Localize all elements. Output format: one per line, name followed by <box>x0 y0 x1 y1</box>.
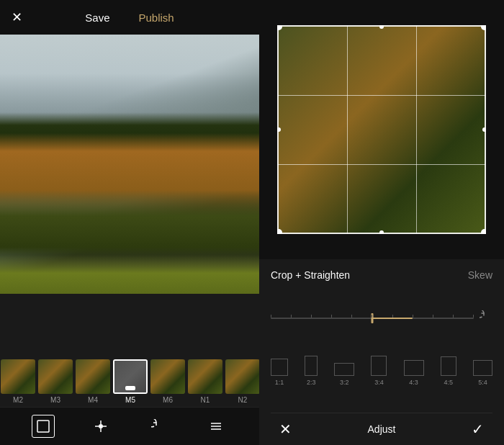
left-panel: ✕ Save Publish M2 M3 <box>0 0 259 445</box>
ratio-label-4-3: 4:3 <box>409 379 418 386</box>
more-options-button[interactable] <box>204 415 228 438</box>
filter-m4[interactable]: M4 <box>75 359 111 404</box>
filter-thumb-m4 <box>76 359 110 394</box>
ratio-3-2[interactable]: 3:2 <box>334 363 354 386</box>
filter-label-n2: N2 <box>238 396 248 404</box>
tick <box>453 315 454 318</box>
ratio-2-3[interactable]: 2:3 <box>305 356 318 386</box>
crop-tool-button[interactable] <box>32 415 55 438</box>
filter-m2[interactable]: M2 <box>0 359 36 404</box>
aspect-ratios: 1:1 2:3 3:2 3:4 4:3 4:5 <box>271 350 492 392</box>
tick <box>331 315 332 318</box>
crop-area <box>259 0 504 259</box>
tick <box>311 315 312 318</box>
revert-button[interactable] <box>147 415 170 438</box>
header-actions: Save Publish <box>85 12 174 24</box>
crop-photo-container <box>277 25 486 234</box>
filter-m5[interactable]: M5 <box>112 359 148 404</box>
filter-label-m4: M4 <box>88 396 98 404</box>
filter-thumb-m2 <box>1 359 35 394</box>
ratio-label-1-1: 1:1 <box>275 379 284 386</box>
filter-label-m6: M6 <box>163 396 173 404</box>
tick <box>271 315 271 318</box>
ratio-4-5[interactable]: 4:5 <box>441 356 456 386</box>
ratio-box-2-3 <box>305 356 318 376</box>
crop-photo-bg <box>277 25 486 234</box>
close-button[interactable]: ✕ <box>12 9 22 25</box>
filter-thumb-m3 <box>38 359 73 394</box>
slider-fill <box>372 318 413 319</box>
adjustments-button[interactable] <box>89 415 112 438</box>
slider-track[interactable] <box>271 318 474 319</box>
tick <box>473 315 474 318</box>
slider-ticks <box>271 315 474 318</box>
svg-point-1 <box>99 424 103 428</box>
filter-m3[interactable]: M3 <box>37 359 73 404</box>
ratio-box-3-2 <box>334 363 354 376</box>
ratio-box-1-1 <box>271 359 288 376</box>
ratio-box-5-4 <box>473 360 492 376</box>
photo-layer <box>0 35 259 294</box>
crop-straighten-label: Crop + Straighten <box>271 269 350 281</box>
filter-m6[interactable]: M6 <box>150 359 186 404</box>
tick <box>392 315 393 318</box>
ratio-label-3-4: 3:4 <box>374 379 384 386</box>
filters-row: M2 M3 M4 M5 <box>0 294 259 445</box>
crop-adjust-label: Adjust <box>368 423 396 435</box>
crop-section-header: Crop + Straighten Skew <box>271 259 492 287</box>
bottom-toolbar <box>0 407 259 445</box>
crop-tools: Crop + Straighten Skew <box>259 259 504 445</box>
filter-thumb-n1 <box>188 359 222 394</box>
main-photo <box>0 35 259 294</box>
right-panel: Crop + Straighten Skew <box>259 0 504 445</box>
filter-thumbnails: M2 M3 M4 M5 <box>0 354 259 407</box>
ratio-4-3[interactable]: 4:3 <box>404 360 424 386</box>
crop-skew-label: Skew <box>468 269 492 281</box>
filter-thumb-m6 <box>150 359 185 394</box>
crop-cancel-button[interactable]: ✕ <box>274 421 297 438</box>
tick <box>351 315 352 318</box>
ratio-5-4[interactable]: 5:4 <box>473 360 492 386</box>
filter-thumb-m5 <box>113 359 148 394</box>
straighten-slider <box>271 307 492 329</box>
crop-bottom-bar: ✕ Adjust ✓ <box>271 413 492 445</box>
ratio-box-4-3 <box>404 360 424 376</box>
svg-rect-0 <box>37 421 49 432</box>
ratio-label-2-3: 2:3 <box>307 379 316 386</box>
filter-n1[interactable]: N1 <box>187 359 223 404</box>
filter-thumb-n2 <box>225 359 259 394</box>
tick <box>433 315 433 318</box>
ratio-label-3-2: 3:2 <box>340 379 349 386</box>
ratio-3-4[interactable]: 3:4 <box>371 356 387 386</box>
tick <box>413 315 413 318</box>
publish-button[interactable]: Publish <box>139 12 174 24</box>
ratio-1-1[interactable]: 1:1 <box>271 359 288 386</box>
ratio-box-3-4 <box>371 356 387 376</box>
filter-label-m2: M2 <box>13 396 23 404</box>
save-button[interactable]: Save <box>85 12 109 24</box>
tick <box>291 315 292 318</box>
ratio-box-4-5 <box>441 356 456 376</box>
filter-label-n1: N1 <box>201 396 210 404</box>
filter-n2[interactable]: N2 <box>225 359 259 404</box>
crop-confirm-button[interactable]: ✓ <box>467 421 490 438</box>
tick <box>372 315 372 318</box>
ratio-label-4-5: 4:5 <box>444 379 454 386</box>
ratio-label-5-4: 5:4 <box>478 379 487 386</box>
filter-label-m3: M3 <box>50 396 60 404</box>
left-header: ✕ Save Publish <box>0 0 259 35</box>
reset-button[interactable] <box>480 310 492 326</box>
filter-label-m5: M5 <box>125 396 135 404</box>
